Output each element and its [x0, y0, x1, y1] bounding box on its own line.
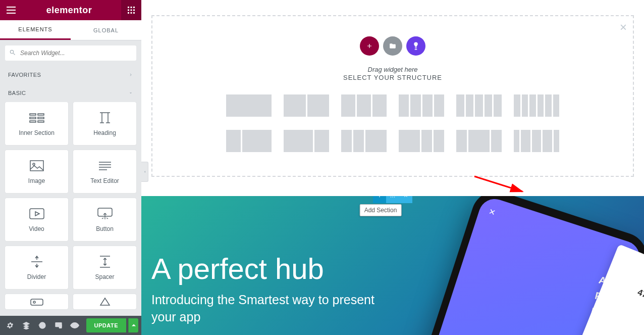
- svg-rect-2: [7, 13, 16, 14]
- structure-3col[interactable]: [341, 94, 387, 117]
- select-structure-text: SELECT YOUR STRUCTURE: [152, 74, 633, 81]
- navigator-icon[interactable]: [19, 318, 33, 332]
- settings-icon[interactable]: [3, 318, 17, 332]
- button-icon: [97, 207, 113, 220]
- widget-text-editor[interactable]: Text Editor: [73, 150, 136, 193]
- svg-rect-1: [7, 10, 16, 11]
- preview-icon[interactable]: [68, 318, 82, 332]
- svg-rect-3: [128, 7, 129, 8]
- widget-spacer[interactable]: Spacer: [73, 246, 136, 289]
- section-toolbar: [373, 196, 412, 203]
- svg-point-36: [391, 197, 392, 198]
- widget-label: Inner Section: [19, 129, 55, 136]
- tab-global[interactable]: GLOBAL: [71, 20, 141, 40]
- structure-4col[interactable]: [399, 94, 444, 117]
- widget-label: Heading: [93, 129, 116, 136]
- widget-icon: [30, 295, 43, 308]
- structure-1-2-1[interactable]: [456, 130, 502, 152]
- structure-1-1-2[interactable]: [341, 130, 387, 152]
- svg-point-19: [33, 163, 35, 165]
- heading-icon: [98, 111, 112, 124]
- svg-rect-14: [30, 117, 36, 119]
- svg-rect-17: [38, 121, 44, 122]
- image-icon: [30, 159, 44, 172]
- widget-grid: Inner Section Heading Image Text Editor …: [0, 102, 141, 314]
- sidebar-footer: UPDATE: [0, 316, 141, 335]
- svg-line-39: [474, 176, 522, 192]
- structure-2col[interactable]: [284, 94, 329, 117]
- svg-rect-13: [38, 114, 44, 115]
- svg-rect-0: [7, 7, 16, 8]
- add-section-button[interactable]: [360, 36, 379, 56]
- annotation-arrow: [472, 174, 532, 199]
- svg-point-29: [33, 301, 35, 303]
- chevron-right-icon: [128, 72, 133, 77]
- editor-sidebar: elementor ELEMENTS GLOBAL FAVORITES BASI…: [0, 0, 141, 335]
- widget-partial[interactable]: [5, 294, 68, 309]
- widget-heading[interactable]: Heading: [73, 102, 136, 145]
- widget-label: Spacer: [95, 273, 114, 280]
- widget-label: Button: [96, 225, 114, 232]
- svg-rect-8: [133, 10, 135, 11]
- section-edit-button[interactable]: [386, 196, 399, 203]
- add-new-section-area[interactable]: × Drag widget here SELECT YOUR STRUCTURE: [151, 15, 634, 177]
- widget-icon: [99, 295, 111, 308]
- svg-rect-9: [128, 12, 129, 14]
- svg-rect-24: [30, 209, 44, 219]
- category-favorites[interactable]: FAVORITES: [0, 66, 141, 84]
- update-options-button[interactable]: [128, 318, 138, 332]
- section-delete-button[interactable]: [399, 196, 412, 203]
- update-button[interactable]: UPDATE: [86, 318, 126, 332]
- apps-icon[interactable]: [125, 4, 137, 16]
- widget-image[interactable]: Image: [5, 150, 68, 193]
- widget-partial[interactable]: [73, 294, 136, 309]
- widget-label: Divider: [27, 273, 46, 280]
- sidebar-header: elementor: [0, 0, 141, 20]
- divider-icon: [30, 255, 43, 268]
- svg-point-38: [394, 197, 395, 198]
- svg-rect-28: [31, 299, 43, 305]
- structure-2-1-1[interactable]: [399, 130, 444, 152]
- tab-elements[interactable]: ELEMENTS: [0, 20, 71, 40]
- structure-2-1[interactable]: [284, 130, 329, 152]
- add-template-button[interactable]: [383, 36, 402, 56]
- svg-rect-4: [131, 7, 132, 8]
- close-icon[interactable]: ×: [620, 20, 627, 34]
- svg-rect-6: [128, 10, 129, 11]
- structure-1col[interactable]: [226, 94, 272, 117]
- svg-rect-7: [131, 10, 132, 11]
- category-basic[interactable]: BASIC: [0, 84, 141, 102]
- responsive-icon[interactable]: [51, 318, 66, 332]
- structure-presets: [152, 94, 633, 152]
- hero-section[interactable]: Add Section A perfect hub Introducing th…: [141, 196, 644, 335]
- search-widget: [5, 45, 136, 61]
- card-number: 4761: [636, 288, 644, 304]
- widget-video[interactable]: Video: [5, 198, 68, 241]
- text-editor-icon: [98, 159, 112, 172]
- structure-1-2[interactable]: [226, 130, 272, 152]
- search-input[interactable]: [5, 45, 136, 61]
- svg-point-37: [392, 197, 393, 198]
- widget-divider[interactable]: Divider: [5, 246, 68, 289]
- widget-inner-section[interactable]: Inner Section: [5, 102, 68, 145]
- svg-rect-15: [38, 117, 44, 119]
- ai-button[interactable]: [406, 36, 425, 56]
- svg-rect-11: [133, 12, 135, 14]
- svg-rect-16: [30, 121, 36, 122]
- structure-narrow5[interactable]: [514, 130, 559, 152]
- section-add-button[interactable]: [373, 196, 386, 203]
- widget-label: Video: [29, 225, 44, 232]
- drag-hint-text: Drag widget here: [152, 66, 633, 73]
- structure-5col[interactable]: [456, 94, 502, 117]
- widget-button[interactable]: Button: [73, 198, 136, 241]
- category-label: BASIC: [8, 90, 26, 96]
- hero-subtitle[interactable]: Introducing the Smartest way to present …: [151, 292, 384, 326]
- structure-6col[interactable]: [514, 94, 559, 117]
- spacer-icon: [99, 255, 111, 268]
- menu-icon[interactable]: [5, 4, 17, 16]
- chevron-down-icon: [128, 90, 133, 95]
- editor-canvas: × Drag widget here SELECT YOUR STRUCTURE: [141, 0, 644, 335]
- svg-rect-12: [30, 114, 36, 115]
- svg-point-32: [74, 324, 76, 327]
- history-icon[interactable]: [35, 318, 49, 332]
